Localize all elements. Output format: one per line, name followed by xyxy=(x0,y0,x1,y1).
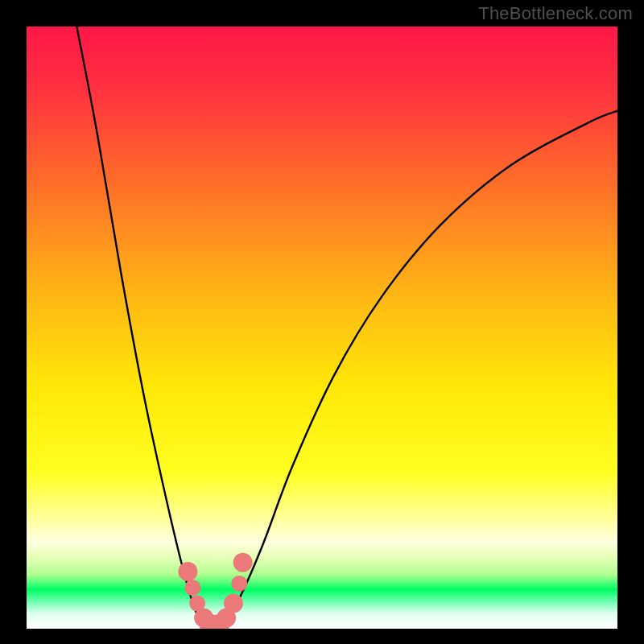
curve-marker xyxy=(231,576,247,592)
bottleneck-curve xyxy=(27,27,617,629)
curve-marker xyxy=(224,594,243,613)
watermark-text: TheBottleneck.com xyxy=(478,3,633,24)
curve-markers xyxy=(178,553,252,629)
curve-marker xyxy=(178,562,197,581)
chart-frame: TheBottleneck.com xyxy=(0,0,644,644)
curve-marker xyxy=(233,553,253,572)
curve-marker xyxy=(184,580,200,596)
plot-area xyxy=(27,27,617,629)
